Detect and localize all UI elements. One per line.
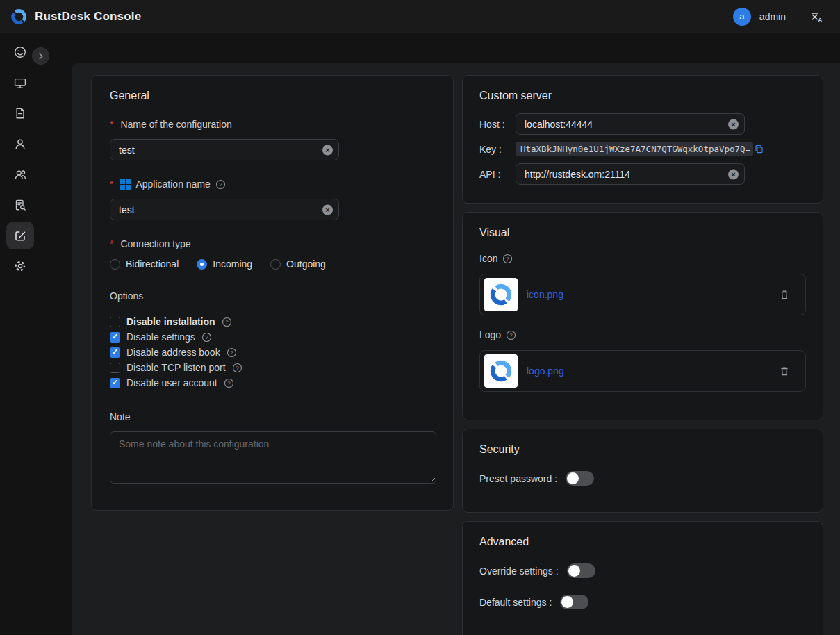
note-textarea[interactable] <box>110 431 436 484</box>
checkbox-icon[interactable] <box>110 363 120 373</box>
checkbox-icon[interactable] <box>110 347 120 358</box>
sidebar-item-groups[interactable] <box>6 160 34 188</box>
general-card: General Name of the configuration <box>91 75 454 511</box>
option-disable-user-account[interactable]: Disable user account ? <box>110 375 435 390</box>
option-disable-settings[interactable]: Disable settings ? <box>110 329 435 345</box>
advanced-card: Advanced Override settings : Default set… <box>462 521 823 635</box>
option-disable-address-book[interactable]: Disable address book ? <box>110 345 435 360</box>
logo-file-row: logo.png <box>479 350 806 392</box>
option-disable-tcp-listen-port[interactable]: Disable TCP listen port ? <box>110 360 435 375</box>
svg-text:A: A <box>818 16 822 23</box>
radio-bidirectional[interactable]: Bidirectional <box>110 258 179 270</box>
trash-icon[interactable] <box>779 365 790 377</box>
clear-icon[interactable] <box>322 204 333 215</box>
override-settings-toggle[interactable] <box>567 563 595 578</box>
logo-file-link[interactable]: logo.png <box>527 365 564 377</box>
sidebar-expand-button[interactable] <box>32 47 49 65</box>
icon-file-row: icon.png <box>479 274 806 315</box>
visual-card: Visual Icon ? icon.png <box>462 212 823 420</box>
svg-text:?: ? <box>227 380 231 386</box>
visual-title: Visual <box>479 226 806 239</box>
gear-icon <box>13 259 27 273</box>
avatar[interactable]: a <box>733 8 751 26</box>
host-label: Host : <box>479 119 516 130</box>
host-input[interactable] <box>516 113 745 135</box>
api-row: API : <box>479 163 806 185</box>
override-settings-label: Override settings : <box>479 566 559 577</box>
server-key-value: HtaXBkJNHyn0e1U1jWXze7A7CN7QTGWqxkOtpaVp… <box>520 144 750 154</box>
trash-icon[interactable] <box>779 289 790 300</box>
svg-text:?: ? <box>205 334 208 340</box>
sidebar-item-dashboard[interactable] <box>6 38 34 66</box>
custom-server-card: Custom server Host : Key : HtaXBkJNHyn0e… <box>462 75 823 204</box>
monitor-icon <box>13 76 27 90</box>
sidebar-item-users[interactable] <box>6 130 34 158</box>
user-icon <box>13 137 27 151</box>
option-disable-installation[interactable]: Disable installation ? <box>110 314 435 329</box>
options-label: Options <box>110 290 435 302</box>
icon-file-link[interactable]: icon.png <box>527 289 563 300</box>
help-icon[interactable]: ? <box>201 332 212 343</box>
windows-logo-icon <box>120 179 131 190</box>
sidebar-item-custom-client[interactable] <box>6 222 34 249</box>
sidebar-item-documents[interactable] <box>6 99 34 127</box>
config-name-input-wrap <box>110 139 339 160</box>
svg-text:?: ? <box>225 319 229 325</box>
svg-text:?: ? <box>230 349 233 356</box>
app-name-label: Application name ? <box>110 179 435 190</box>
config-name-input[interactable] <box>110 139 339 160</box>
checkbox-icon[interactable] <box>110 332 120 343</box>
checkbox-icon[interactable] <box>110 378 120 388</box>
help-icon[interactable]: ? <box>232 363 242 373</box>
help-icon[interactable]: ? <box>224 378 234 388</box>
clear-icon[interactable] <box>728 169 739 179</box>
clear-icon[interactable] <box>322 145 333 155</box>
brand: RustDesk Console <box>10 8 141 26</box>
checkbox-icon[interactable] <box>110 317 120 327</box>
chevron-right-icon <box>36 51 46 61</box>
help-icon[interactable]: ? <box>222 317 232 327</box>
logo-label: Logo ? <box>479 329 806 340</box>
server-key-chip: HtaXBkJNHyn0e1U1jWXze7A7CN7QTGWqxkOtpaVp… <box>516 142 753 156</box>
svg-text:?: ? <box>507 256 510 262</box>
connection-type-group: Bidirectional Incoming Outgoing <box>110 258 435 270</box>
api-label: API : <box>479 169 516 180</box>
help-icon[interactable]: ? <box>215 179 226 190</box>
preset-password-toggle[interactable] <box>566 471 594 486</box>
host-row: Host : <box>479 113 806 135</box>
app-name-input-wrap <box>110 199 339 220</box>
default-settings-row: Default settings : <box>479 595 806 609</box>
help-icon[interactable]: ? <box>502 254 513 264</box>
sidebar <box>0 33 40 635</box>
sidebar-item-devices[interactable] <box>6 69 34 97</box>
svg-text:?: ? <box>219 181 222 188</box>
help-icon[interactable]: ? <box>227 347 237 358</box>
clear-icon[interactable] <box>728 119 739 129</box>
smiley-icon <box>13 45 27 59</box>
key-label: Key : <box>479 144 516 155</box>
icon-thumbnail <box>484 278 518 311</box>
api-input-wrap <box>516 163 745 185</box>
radio-incoming[interactable]: Incoming <box>197 258 252 270</box>
copy-icon[interactable] <box>755 145 764 154</box>
username[interactable]: admin <box>759 11 786 22</box>
user-group-icon <box>13 167 27 181</box>
translate-icon[interactable]: A <box>809 10 823 24</box>
radio-icon[interactable] <box>270 259 281 270</box>
advanced-title: Advanced <box>479 536 806 548</box>
sidebar-item-audit[interactable] <box>6 191 34 219</box>
help-icon[interactable]: ? <box>506 330 516 340</box>
radio-icon[interactable] <box>197 259 207 270</box>
radio-icon[interactable] <box>110 259 120 270</box>
note-label: Note <box>110 411 435 422</box>
radio-outgoing[interactable]: Outgoing <box>270 258 326 270</box>
sidebar-item-settings[interactable] <box>6 252 34 280</box>
key-row: Key : HtaXBkJNHyn0e1U1jWXze7A7CN7QTGWqxk… <box>479 142 806 156</box>
icon-label: Icon ? <box>479 253 806 264</box>
default-settings-toggle[interactable] <box>560 595 588 609</box>
security-card: Security Preset password : <box>462 429 823 513</box>
api-input[interactable] <box>516 163 745 185</box>
override-settings-row: Override settings : <box>479 563 806 578</box>
app-name-input[interactable] <box>110 199 339 220</box>
rustdesk-logo-icon <box>10 8 28 26</box>
